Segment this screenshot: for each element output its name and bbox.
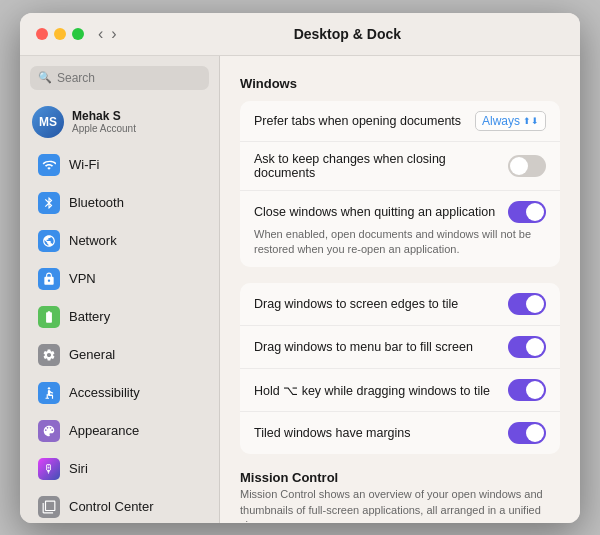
chevron-updown-icon: ⬆⬇ bbox=[523, 116, 539, 126]
sidebar-label-general: General bbox=[69, 347, 115, 362]
sidebar-item-battery[interactable]: Battery bbox=[26, 299, 213, 335]
svg-point-0 bbox=[48, 387, 50, 389]
search-icon: 🔍 bbox=[38, 71, 52, 84]
user-name: Mehak S bbox=[72, 109, 136, 123]
drag-edges-toggle[interactable] bbox=[508, 293, 546, 315]
sidebar-item-siri[interactable]: 🎙 Siri bbox=[26, 451, 213, 487]
user-subtitle: Apple Account bbox=[72, 123, 136, 134]
drag-edges-label: Drag windows to screen edges to tile bbox=[254, 297, 498, 311]
forward-button[interactable]: › bbox=[109, 25, 118, 43]
sidebar-label-siri: Siri bbox=[69, 461, 88, 476]
mission-section-desc: Mission Control shows an overview of you… bbox=[240, 487, 560, 522]
ask-keep-toggle[interactable] bbox=[508, 155, 546, 177]
battery-icon bbox=[38, 306, 60, 328]
prefer-tabs-label: Prefer tabs when opening documents bbox=[254, 114, 465, 128]
ask-keep-label: Ask to keep changes when closing documen… bbox=[254, 152, 498, 180]
drag-menubar-label: Drag windows to menu bar to fill screen bbox=[254, 340, 498, 354]
search-bar[interactable]: 🔍 bbox=[30, 66, 209, 90]
network-icon bbox=[38, 230, 60, 252]
sidebar: 🔍 MS Mehak S Apple Account Wi-Fi bbox=[20, 56, 220, 523]
sidebar-item-accessibility[interactable]: Accessibility bbox=[26, 375, 213, 411]
close-windows-sublabel: When enabled, open documents and windows… bbox=[254, 227, 546, 258]
close-windows-header: Close windows when quitting an applicati… bbox=[254, 201, 546, 223]
hold-option-label: Hold ⌥ key while dragging windows to til… bbox=[254, 383, 498, 398]
sidebar-item-general[interactable]: General bbox=[26, 337, 213, 373]
main-content: Windows Prefer tabs when opening documen… bbox=[220, 56, 580, 523]
setting-hold-option: Hold ⌥ key while dragging windows to til… bbox=[240, 369, 560, 412]
setting-ask-keep: Ask to keep changes when closing documen… bbox=[240, 142, 560, 191]
close-windows-label: Close windows when quitting an applicati… bbox=[254, 205, 508, 219]
maximize-button[interactable] bbox=[72, 28, 84, 40]
close-windows-toggle[interactable] bbox=[508, 201, 546, 223]
main-window: ‹ › Desktop & Dock 🔍 MS Mehak S Apple Ac… bbox=[20, 13, 580, 523]
search-input[interactable] bbox=[57, 71, 201, 85]
drag-menubar-toggle[interactable] bbox=[508, 336, 546, 358]
prefer-tabs-value: Always bbox=[482, 114, 520, 128]
sidebar-item-wifi[interactable]: Wi-Fi bbox=[26, 147, 213, 183]
nav-arrows: ‹ › bbox=[96, 25, 119, 43]
bluetooth-icon bbox=[38, 192, 60, 214]
appearance-icon bbox=[38, 420, 60, 442]
window-title: Desktop & Dock bbox=[131, 26, 564, 42]
mission-section-title: Mission Control bbox=[240, 470, 560, 485]
setting-tiled-margins: Tiled windows have margins bbox=[240, 412, 560, 454]
windows-section-title: Windows bbox=[240, 76, 560, 91]
close-button[interactable] bbox=[36, 28, 48, 40]
sidebar-item-vpn[interactable]: VPN bbox=[26, 261, 213, 297]
setting-drag-edges: Drag windows to screen edges to tile bbox=[240, 283, 560, 326]
siri-icon: 🎙 bbox=[38, 458, 60, 480]
sidebar-label-controlcenter: Control Center bbox=[69, 499, 154, 514]
minimize-button[interactable] bbox=[54, 28, 66, 40]
traffic-lights bbox=[36, 28, 84, 40]
accessibility-icon bbox=[38, 382, 60, 404]
sidebar-label-bluetooth: Bluetooth bbox=[69, 195, 124, 210]
tiled-margins-label: Tiled windows have margins bbox=[254, 426, 498, 440]
sidebar-label-accessibility: Accessibility bbox=[69, 385, 140, 400]
sidebar-label-network: Network bbox=[69, 233, 117, 248]
sidebar-label-vpn: VPN bbox=[69, 271, 96, 286]
sidebar-item-appearance[interactable]: Appearance bbox=[26, 413, 213, 449]
content-area: 🔍 MS Mehak S Apple Account Wi-Fi bbox=[20, 56, 580, 523]
windows-settings-group: Prefer tabs when opening documents Alway… bbox=[240, 101, 560, 268]
hold-option-toggle[interactable] bbox=[508, 379, 546, 401]
setting-close-windows: Close windows when quitting an applicati… bbox=[240, 191, 560, 268]
back-button[interactable]: ‹ bbox=[96, 25, 105, 43]
general-icon bbox=[38, 344, 60, 366]
prefer-tabs-select[interactable]: Always ⬆⬇ bbox=[475, 111, 546, 131]
setting-prefer-tabs: Prefer tabs when opening documents Alway… bbox=[240, 101, 560, 142]
avatar: MS bbox=[32, 106, 64, 138]
setting-drag-menubar: Drag windows to menu bar to fill screen bbox=[240, 326, 560, 369]
drag-settings-group: Drag windows to screen edges to tile Dra… bbox=[240, 283, 560, 454]
sidebar-label-appearance: Appearance bbox=[69, 423, 139, 438]
sidebar-item-bluetooth[interactable]: Bluetooth bbox=[26, 185, 213, 221]
user-info: Mehak S Apple Account bbox=[72, 109, 136, 134]
user-profile[interactable]: MS Mehak S Apple Account bbox=[20, 98, 219, 146]
tiled-margins-toggle[interactable] bbox=[508, 422, 546, 444]
titlebar: ‹ › Desktop & Dock bbox=[20, 13, 580, 56]
sidebar-item-controlcenter[interactable]: Control Center bbox=[26, 489, 213, 523]
wifi-icon bbox=[38, 154, 60, 176]
controlcenter-icon bbox=[38, 496, 60, 518]
sidebar-label-wifi: Wi-Fi bbox=[69, 157, 99, 172]
sidebar-label-battery: Battery bbox=[69, 309, 110, 324]
sidebar-item-network[interactable]: Network bbox=[26, 223, 213, 259]
vpn-icon bbox=[38, 268, 60, 290]
